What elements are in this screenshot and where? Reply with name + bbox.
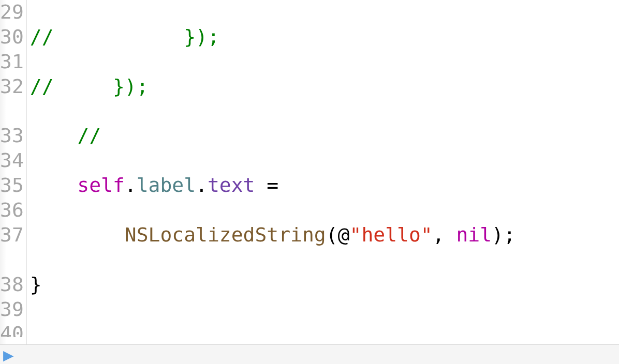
comment-token: // }); <box>30 75 149 98</box>
editor-bottom-bar: ▶ <box>0 344 619 364</box>
keyword-self: self <box>77 174 125 196</box>
code-line[interactable]: // <box>30 124 619 148</box>
property-token: label <box>137 174 196 196</box>
comment-token: // }); <box>30 25 219 48</box>
code-line[interactable]: // }); <box>30 74 619 99</box>
code-area[interactable]: // }); // }); // self.label.text = NSLoc… <box>27 0 619 364</box>
code-line[interactable]: self.label.text = <box>30 173 619 198</box>
code-line[interactable]: } <box>30 272 619 297</box>
run-arrow-icon[interactable]: ▶ <box>3 346 13 363</box>
line-number-gutter: 29 30 31 32 33 34 35 36 37 38 39 40 <box>0 0 27 364</box>
code-editor[interactable]: 29 30 31 32 33 34 35 36 37 38 39 40 // }… <box>0 0 619 364</box>
comment-token: // <box>77 124 101 147</box>
function-token: NSLocalizedString <box>125 223 326 246</box>
code-line-wrap[interactable]: NSLocalizedString(@"hello", nil); <box>30 223 619 248</box>
code-line[interactable] <box>30 322 619 346</box>
member-token: text <box>208 174 255 196</box>
keyword-nil: nil <box>456 223 492 246</box>
code-line[interactable]: // }); <box>30 25 619 50</box>
string-token: "hello" <box>350 223 433 246</box>
